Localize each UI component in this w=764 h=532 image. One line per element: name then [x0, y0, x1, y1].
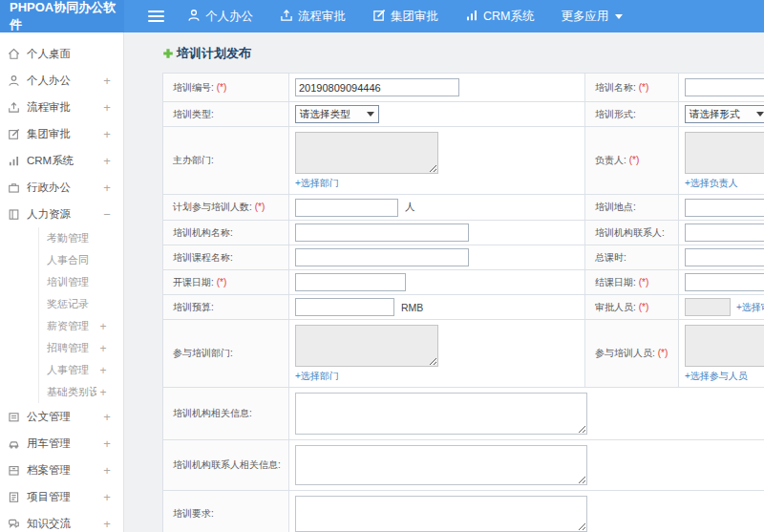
field-label: 负责人:	[595, 155, 626, 165]
sidebar-item-label: 基础类别设置	[47, 385, 96, 399]
training-form-select[interactable]: 请选择形式	[685, 105, 764, 123]
org-info-textarea[interactable]	[295, 393, 587, 435]
sidebar-item-personal-desktop[interactable]: 个人桌面	[0, 40, 123, 67]
table-row: 计划参与培训人数:(*) 人 培训地点:	[163, 195, 764, 221]
org-contact-info-textarea[interactable]	[295, 445, 587, 485]
field-label: 培训要求:	[173, 508, 214, 519]
menu-label: 流程审批	[298, 9, 346, 25]
sidebar-item-group-approval[interactable]: 集团审批 +	[0, 120, 123, 147]
planned-participants-input[interactable]	[295, 199, 398, 217]
required-mark: (*)	[255, 202, 265, 212]
approver-input[interactable]	[685, 298, 731, 316]
sidebar-item-personnel-mgmt[interactable]: 人事管理 +	[39, 359, 123, 381]
caret-down-icon	[756, 112, 764, 117]
project-icon	[8, 491, 20, 503]
plus-icon	[162, 48, 174, 59]
sidebar-item-archive-mgmt[interactable]: 档案管理 +	[0, 457, 123, 483]
sidebar-item-vehicle-mgmt[interactable]: 用车管理 +	[0, 430, 123, 457]
table-row: 培训机构相关信息:	[163, 388, 764, 440]
training-location-input[interactable]	[685, 199, 764, 217]
sidebar-item-recruitment-mgmt[interactable]: 招聘管理 +	[39, 337, 123, 359]
expander-toggle[interactable]: +	[100, 490, 114, 504]
sidebar-item-hr-contract[interactable]: 人事合同	[39, 249, 123, 271]
choose-approver-link[interactable]: +选择审批人员	[736, 301, 764, 314]
menu-more-apps[interactable]: 更多应用	[561, 9, 623, 25]
user-icon	[187, 9, 201, 25]
sidebar-item-personal-office[interactable]: 个人办公 +	[0, 67, 123, 94]
expander-toggle[interactable]: +	[100, 463, 114, 478]
sidebar-item-project-mgmt[interactable]: 项目管理 +	[0, 483, 123, 510]
main-content: 培训计划发布 培训编号:(*) 培训名称:(*) 培训类型: 请选择类型 培训形…	[124, 32, 764, 532]
sidebar-item-workflow-approval[interactable]: 流程审批 +	[0, 94, 123, 120]
app-logo: PHPOA协同办公软件	[0, 0, 124, 32]
training-name-input[interactable]	[685, 78, 764, 96]
expander-toggle[interactable]: +	[96, 320, 110, 333]
training-type-select[interactable]: 请选择类型	[295, 105, 379, 123]
leader-textarea[interactable]	[685, 132, 764, 174]
choose-leader-link[interactable]: +选择负责人	[685, 177, 738, 190]
sidebar-item-label: 个人桌面	[27, 47, 100, 61]
required-mark: (*)	[217, 82, 227, 93]
expander-toggle[interactable]: +	[100, 517, 114, 531]
sidebar-item-label: 人事管理	[47, 363, 96, 377]
chart-icon	[8, 155, 20, 167]
table-row: 培训编号:(*) 培训名称:(*)	[163, 74, 764, 102]
menu-workflow-approval[interactable]: 流程审批	[280, 9, 346, 25]
expander-toggle[interactable]: +	[100, 181, 114, 195]
expander-toggle[interactable]: +	[96, 342, 110, 355]
expander-toggle[interactable]: +	[96, 364, 110, 377]
sidebar-item-knowledge-exchange[interactable]: 知识交流 +	[0, 510, 123, 532]
training-org-name-input[interactable]	[295, 223, 469, 242]
menu-personal-office[interactable]: 个人办公	[187, 9, 253, 25]
choose-department-link[interactable]: +选择部门	[295, 177, 339, 190]
expander-toggle[interactable]: +	[100, 127, 114, 141]
select-value: 请选择类型	[300, 108, 350, 121]
host-department-textarea[interactable]	[295, 132, 438, 174]
caret-down-icon	[367, 112, 374, 117]
choose-participants-link[interactable]: +选择参与人员	[685, 370, 748, 383]
required-mark: (*)	[639, 82, 649, 93]
page-title: 培训计划发布	[162, 45, 764, 62]
edit-icon	[8, 128, 20, 140]
sidebar-item-training-mgmt[interactable]: 培训管理	[39, 271, 123, 293]
training-code-input[interactable]	[295, 78, 459, 96]
expander-toggle[interactable]: +	[96, 386, 110, 399]
field-label: 培训机构相关信息:	[173, 408, 252, 418]
expander-toggle[interactable]: +	[100, 74, 114, 88]
menu-label: 集团审批	[391, 9, 438, 25]
menu-label: CRM系统	[483, 9, 534, 25]
start-date-input[interactable]	[295, 273, 406, 291]
sidebar-item-salary-mgmt[interactable]: 薪资管理 +	[39, 315, 123, 337]
expander-toggle[interactable]: +	[100, 100, 114, 115]
menu-crm[interactable]: CRM系统	[465, 9, 534, 25]
expander-toggle[interactable]: +	[100, 436, 114, 451]
sidebar: 个人桌面 个人办公 + 流程审批 + 集团审批 + CRM系统 + 行政办公 +…	[0, 32, 124, 532]
participating-staff-textarea[interactable]	[685, 325, 764, 367]
total-hours-input[interactable]	[685, 248, 764, 266]
sidebar-item-base-category-settings[interactable]: 基础类别设置 +	[39, 381, 123, 403]
chart-icon	[465, 9, 478, 25]
sidebar-item-label: 薪资管理	[47, 319, 96, 333]
training-budget-input[interactable]	[295, 298, 394, 316]
sidebar-item-crm[interactable]: CRM系统 +	[0, 147, 123, 174]
user-icon	[8, 74, 20, 87]
hamburger-menu-icon[interactable]	[148, 11, 164, 22]
sidebar-item-attendance-mgmt[interactable]: 考勤管理	[39, 227, 123, 249]
participating-departments-textarea[interactable]	[295, 325, 438, 367]
sidebar-item-hr[interactable]: 人力资源 −	[0, 201, 123, 227]
course-name-input[interactable]	[295, 248, 469, 266]
expander-toggle[interactable]: +	[100, 154, 114, 168]
menu-group-approval[interactable]: 集团审批	[372, 9, 438, 25]
expander-toggle[interactable]: +	[100, 410, 114, 424]
end-date-input[interactable]	[685, 273, 764, 291]
training-org-contact-input[interactable]	[685, 223, 764, 242]
sidebar-item-document-mgmt[interactable]: 公文管理 +	[0, 403, 123, 430]
expander-toggle[interactable]: −	[100, 207, 114, 222]
sidebar-item-admin-office[interactable]: 行政办公 +	[0, 174, 123, 201]
sidebar-item-reward-punishment[interactable]: 奖惩记录	[39, 293, 123, 315]
field-label: 培训名称:	[595, 82, 636, 93]
choose-participating-department-link[interactable]: +选择部门	[295, 370, 339, 383]
table-row: 开课日期:(*) 结课日期:(*)	[163, 270, 764, 295]
field-label: 审批人员:	[595, 302, 636, 312]
training-requirements-textarea[interactable]	[295, 496, 587, 532]
